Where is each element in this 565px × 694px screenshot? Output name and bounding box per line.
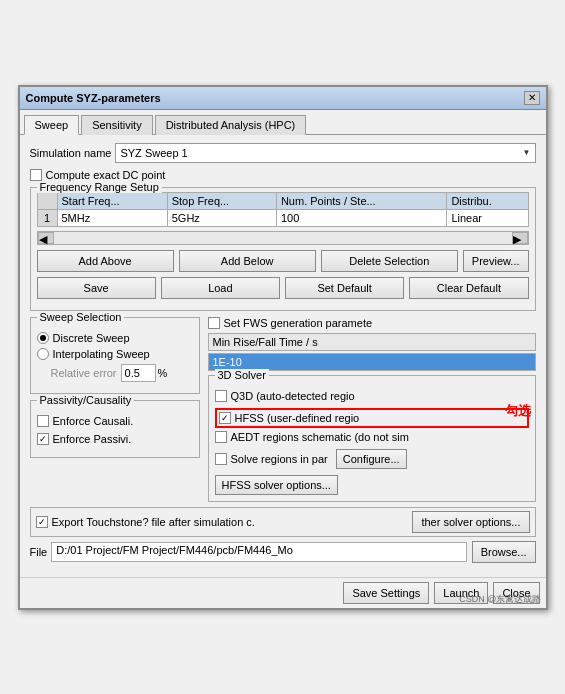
rel-error-input[interactable] bbox=[121, 364, 156, 382]
discrete-sweep-row: Discrete Sweep bbox=[37, 332, 193, 344]
watermark: CSDN @东篱达成路 bbox=[459, 593, 541, 606]
tab-sensitivity[interactable]: Sensitivity bbox=[81, 115, 153, 135]
col-points: Num. Points / Ste... bbox=[276, 192, 446, 209]
horiz-scrollbar[interactable]: ◀ ▶ bbox=[37, 231, 529, 245]
aedt-label: AEDT regions schematic (do not sim bbox=[231, 431, 409, 443]
other-solver-options-button[interactable]: ther solver options... bbox=[412, 511, 529, 533]
export-row: Export Touchstone? file after simulation… bbox=[30, 507, 536, 537]
hfss-label: HFSS (user-defined regio bbox=[235, 412, 360, 424]
points-cell: 100 bbox=[276, 209, 446, 226]
save-settings-button[interactable]: Save Settings bbox=[343, 582, 429, 604]
right-panel: Set FWS generation paramete Min Rise/Fal… bbox=[208, 317, 536, 502]
freq-btn-row-2: Save Load Set Default Clear Default bbox=[37, 277, 529, 299]
passivity-group: Passivity/Causality Enforce Causali. Enf… bbox=[30, 400, 200, 458]
solver-group-label: 3D Solver bbox=[215, 369, 269, 381]
export-checkbox[interactable] bbox=[36, 516, 48, 528]
main-window: Compute SYZ-parameters ✕ Sweep Sensitivi… bbox=[18, 85, 548, 610]
add-above-button[interactable]: Add Above bbox=[37, 250, 174, 272]
q3d-checkbox[interactable] bbox=[215, 390, 227, 402]
annotation-text: 勾选 bbox=[505, 402, 531, 420]
export-label: Export Touchstone? file after simulation… bbox=[52, 516, 409, 528]
enforce-passivity-label: Enforce Passivi. bbox=[53, 433, 132, 445]
solve-regions-checkbox[interactable] bbox=[215, 453, 227, 465]
preview-button[interactable]: Preview... bbox=[463, 250, 529, 272]
interpolating-sweep-row: Interpolating Sweep bbox=[37, 348, 193, 360]
start-freq-cell: 5MHz bbox=[57, 209, 167, 226]
combo-arrow-icon: ▼ bbox=[523, 148, 531, 157]
passivity-label: Passivity/Causality bbox=[37, 394, 135, 406]
rel-error-unit: % bbox=[158, 367, 168, 379]
row-num-cell: 1 bbox=[37, 209, 57, 226]
rise-fall-label: Min Rise/Fall Time / s bbox=[208, 333, 536, 351]
fws-label: Set FWS generation paramete bbox=[224, 317, 373, 329]
rel-error-label: Relative error bbox=[51, 367, 117, 379]
solver-group: 3D Solver Q3D (auto-detected regio HFSS … bbox=[208, 375, 536, 502]
browse-button[interactable]: Browse... bbox=[472, 541, 536, 563]
enforce-causality-label: Enforce Causali. bbox=[53, 415, 134, 427]
discrete-sweep-radio[interactable] bbox=[37, 332, 49, 344]
tab-bar: Sweep Sensitivity Distributed Analysis (… bbox=[20, 110, 546, 135]
enforce-passivity-row: Enforce Passivi. bbox=[37, 433, 193, 445]
file-input[interactable]: D:/01 Project/FM Project/FM446/pcb/FM446… bbox=[51, 542, 466, 562]
hfss-row: HFSS (user-defined regio bbox=[215, 408, 529, 428]
sim-name-row: Simulation name SYZ Sweep 1 ▼ bbox=[30, 143, 536, 163]
enforce-causality-row: Enforce Causali. bbox=[37, 415, 193, 427]
fws-row: Set FWS generation paramete bbox=[208, 317, 536, 329]
hfss-solver-options-button[interactable]: HFSS solver options... bbox=[215, 475, 338, 495]
aedt-checkbox[interactable] bbox=[215, 431, 227, 443]
solve-regions-row: Solve regions in par Configure... bbox=[215, 449, 529, 469]
freq-range-group: Frequency Range Setup Start Freq... Stop… bbox=[30, 187, 536, 311]
sim-name-combo[interactable]: SYZ Sweep 1 ▼ bbox=[115, 143, 535, 163]
hfss-checkbox[interactable] bbox=[219, 412, 231, 424]
left-panel: Sweep Selection Discrete Sweep Interpola… bbox=[30, 317, 200, 502]
fws-checkbox[interactable] bbox=[208, 317, 220, 329]
rel-error-row: Relative error % bbox=[51, 364, 193, 382]
exact-dc-checkbox[interactable] bbox=[30, 169, 42, 181]
exact-dc-row: Compute exact DC point bbox=[30, 169, 536, 181]
enforce-passivity-checkbox[interactable] bbox=[37, 433, 49, 445]
window-title: Compute SYZ-parameters bbox=[26, 92, 161, 104]
dist-cell: Linear bbox=[447, 209, 528, 226]
lower-section: Sweep Selection Discrete Sweep Interpola… bbox=[30, 317, 536, 502]
col-dist: Distribu. bbox=[447, 192, 528, 209]
tab-sweep[interactable]: Sweep bbox=[24, 115, 80, 135]
col-num bbox=[37, 192, 57, 209]
file-label: File bbox=[30, 546, 48, 558]
interpolating-sweep-label: Interpolating Sweep bbox=[53, 348, 150, 360]
clear-default-button[interactable]: Clear Default bbox=[409, 277, 528, 299]
enforce-causality-checkbox[interactable] bbox=[37, 415, 49, 427]
set-default-button[interactable]: Set Default bbox=[285, 277, 404, 299]
tab-distributed[interactable]: Distributed Analysis (HPC) bbox=[155, 115, 307, 135]
save-button[interactable]: Save bbox=[37, 277, 156, 299]
table-row[interactable]: 1 5MHz 5GHz 100 Linear bbox=[37, 209, 528, 226]
configure-button[interactable]: Configure... bbox=[336, 449, 407, 469]
aedt-row: AEDT regions schematic (do not sim bbox=[215, 431, 529, 443]
stop-freq-cell: 5GHz bbox=[167, 209, 276, 226]
freq-range-label: Frequency Range Setup bbox=[37, 181, 162, 193]
close-button[interactable]: ✕ bbox=[524, 91, 540, 105]
interpolating-sweep-radio[interactable] bbox=[37, 348, 49, 360]
col-start: Start Freq... bbox=[57, 192, 167, 209]
exact-dc-label: Compute exact DC point bbox=[46, 169, 166, 181]
main-content: Simulation name SYZ Sweep 1 ▼ Compute ex… bbox=[20, 135, 546, 577]
scroll-right-btn[interactable]: ▶ bbox=[512, 232, 528, 244]
rise-fall-section: Min Rise/Fall Time / s 1E-10 bbox=[208, 333, 536, 371]
sweep-group-label: Sweep Selection bbox=[37, 311, 125, 323]
solve-regions-label: Solve regions in par bbox=[231, 453, 328, 465]
freq-table: Start Freq... Stop Freq... Num. Points /… bbox=[37, 192, 529, 227]
add-below-button[interactable]: Add Below bbox=[179, 250, 316, 272]
file-row: File D:/01 Project/FM Project/FM446/pcb/… bbox=[30, 541, 536, 563]
title-bar: Compute SYZ-parameters ✕ bbox=[20, 87, 546, 110]
freq-btn-row-1: Add Above Add Below Delete Selection Pre… bbox=[37, 250, 529, 272]
discrete-sweep-label: Discrete Sweep bbox=[53, 332, 130, 344]
hfss-solver-btn-row: HFSS solver options... bbox=[215, 475, 529, 495]
sweep-selection-group: Sweep Selection Discrete Sweep Interpola… bbox=[30, 317, 200, 394]
sim-name-label: Simulation name bbox=[30, 147, 112, 159]
q3d-label: Q3D (auto-detected regio bbox=[231, 390, 355, 402]
q3d-row: Q3D (auto-detected regio bbox=[215, 390, 529, 402]
scroll-left-btn[interactable]: ◀ bbox=[38, 232, 54, 244]
delete-selection-button[interactable]: Delete Selection bbox=[321, 250, 458, 272]
load-button[interactable]: Load bbox=[161, 277, 280, 299]
col-stop: Stop Freq... bbox=[167, 192, 276, 209]
